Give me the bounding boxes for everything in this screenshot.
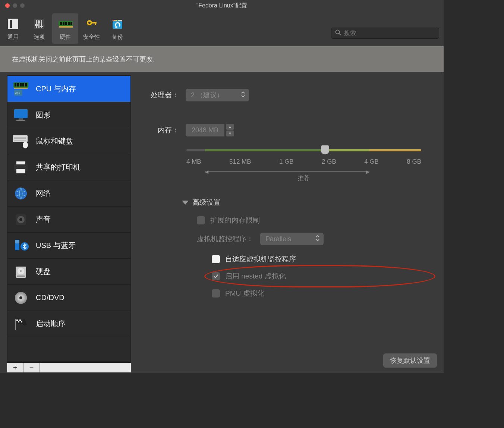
pmu-virt-label: PMU 虚拟化	[225, 289, 264, 298]
advanced-label: 高级设置	[192, 198, 221, 207]
titlebar: “Fedora Linux”配置	[0, 0, 444, 11]
sidebar-item-cd-dvd[interactable]: CD/DVD	[7, 285, 130, 311]
stepper-down-icon[interactable]: ▼	[226, 130, 234, 136]
sidebar-item-label: 共享的打印机	[36, 162, 81, 172]
slider-tick: 8 GB	[407, 158, 421, 166]
window-title: “Fedora Linux”配置	[0, 2, 444, 10]
toolbar-label: 硬件	[60, 34, 71, 41]
svg-rect-33	[25, 83, 27, 86]
svg-rect-28	[14, 88, 28, 89]
toolbar-options[interactable]: 选项	[26, 13, 52, 44]
toolbar-label: 安全性	[83, 34, 100, 41]
sidebar-item-graphics[interactable]: 图形	[7, 102, 130, 128]
sidebar-item-label: 图形	[36, 110, 51, 120]
advanced-disclosure[interactable]: 高级设置	[182, 198, 429, 207]
svg-rect-64	[21, 321, 22, 322]
sidebar-item-boot-order[interactable]: 启动顺序	[7, 311, 130, 337]
svg-rect-14	[68, 22, 70, 25]
toolbar-hardware[interactable]: 硬件	[52, 13, 78, 44]
remove-device-button[interactable]: −	[23, 363, 40, 372]
sidebar-item-label: USB 与蓝牙	[36, 240, 76, 251]
svg-rect-22	[115, 20, 116, 21]
svg-rect-1	[10, 20, 12, 28]
add-device-button[interactable]: +	[7, 363, 23, 372]
range-arrow-left-icon: ◀	[205, 169, 208, 174]
search-icon	[335, 29, 341, 37]
search-field[interactable]	[331, 28, 439, 39]
toolbar-security[interactable]: 安全性	[78, 13, 104, 44]
sidebar-item-sound[interactable]: 声音	[7, 207, 130, 233]
range-arrow-right-icon: ▶	[366, 169, 369, 174]
memory-slider[interactable]: 4 MB 512 MB 1 GB 2 GB 4 GB 8 GB ◀ ▶ 推荐	[186, 149, 429, 180]
svg-rect-4	[38, 20, 40, 28]
restore-defaults-button[interactable]: 恢复默认设置	[383, 353, 437, 368]
slider-tick-labels: 4 MB 512 MB 1 GB 2 GB 4 GB 8 GB	[186, 158, 421, 166]
svg-rect-51	[15, 240, 19, 243]
slider-tick: 2 GB	[322, 158, 336, 166]
pmu-virt-row[interactable]: PMU 虚拟化	[212, 285, 429, 302]
printer-icon	[12, 159, 30, 176]
svg-point-17	[88, 22, 91, 24]
switch-icon	[6, 16, 21, 31]
key-icon	[84, 16, 99, 31]
svg-rect-7	[38, 21, 40, 23]
svg-rect-21	[113, 20, 114, 21]
svg-rect-32	[22, 83, 24, 86]
svg-rect-57	[17, 276, 25, 277]
ram-icon	[58, 16, 73, 31]
slider-tick: 4 MB	[186, 158, 201, 166]
checkbox-unchecked-icon[interactable]	[212, 289, 220, 298]
slider-tick: 4 GB	[364, 158, 379, 166]
svg-rect-44	[16, 161, 25, 164]
svg-rect-37	[19, 118, 23, 120]
svg-point-47	[15, 188, 27, 199]
sidebar-item-network[interactable]: 网络	[7, 180, 130, 207]
stepper-up-icon[interactable]: ▲	[226, 124, 234, 130]
settings-pane: 处理器： 2 （建议） 内存： 2048 MB ▲ ▼	[131, 72, 444, 373]
adaptive-hv-label: 自适应虚拟机监控程序	[225, 254, 296, 264]
processor-value: 2 （建议）	[191, 91, 223, 100]
memory-stepper[interactable]: 2048 MB ▲ ▼	[186, 124, 234, 136]
sidebar-item-usb-bluetooth[interactable]: USB 与蓝牙	[7, 233, 130, 259]
checkbox-unchecked-icon[interactable]	[197, 216, 205, 224]
ext-mem-label: 扩展的内存限制	[210, 215, 260, 225]
sidebar-item-harddisk[interactable]: 硬盘	[7, 259, 130, 285]
speaker-icon	[12, 211, 30, 228]
recommended-caption: 推荐	[186, 174, 421, 182]
sidebar-item-label: 启动顺序	[36, 319, 66, 329]
slider-knob-icon[interactable]	[321, 145, 329, 154]
toolbar-backup[interactable]: 备份	[104, 13, 130, 44]
sidebar-item-label: 硬盘	[36, 267, 51, 277]
toolbar-general[interactable]: 通用	[0, 13, 26, 44]
adaptive-hypervisor-row[interactable]: 自适应虚拟机监控程序	[212, 251, 429, 268]
extended-memory-limit-row[interactable]: 扩展的内存限制	[197, 212, 429, 229]
svg-rect-52	[15, 243, 19, 250]
sidebar-item-mouse-keyboard[interactable]: 鼠标和键盘	[7, 128, 130, 154]
search-input[interactable]	[344, 30, 435, 37]
sidebar-item-shared-printers[interactable]: 共享的打印机	[7, 154, 130, 180]
restore-icon	[110, 16, 125, 31]
flag-icon	[12, 316, 30, 332]
sidebar-item-cpu-memory[interactable]: cpu CPU 与内存	[7, 76, 130, 102]
svg-rect-61	[16, 320, 18, 321]
checkbox-unchecked-icon[interactable]	[212, 255, 220, 263]
monitor-icon	[12, 107, 30, 123]
slider-track[interactable]	[186, 149, 421, 151]
svg-rect-38	[16, 120, 25, 121]
info-banner: 在虚拟机关闭之前此页面上的某些设置不可更改。	[0, 46, 444, 72]
svg-rect-63	[18, 321, 19, 322]
svg-rect-29	[15, 83, 16, 86]
sidebar-item-label: 网络	[36, 188, 51, 198]
processor-select[interactable]: 2 （建议）	[186, 89, 249, 101]
hypervisor-select[interactable]: Parallels	[260, 233, 324, 245]
svg-rect-12	[63, 22, 64, 25]
svg-point-56	[20, 270, 22, 272]
sliders-icon	[32, 16, 47, 31]
processor-label: 处理器：	[145, 90, 186, 100]
toolbar-label: 通用	[7, 34, 19, 41]
hdd-icon	[12, 264, 30, 280]
nested-virt-row[interactable]: 启用 nested 虚拟化	[212, 268, 429, 285]
svg-rect-36	[14, 109, 28, 118]
checkbox-checked-icon[interactable]	[212, 272, 220, 280]
memory-row: 内存： 2048 MB ▲ ▼	[145, 121, 429, 139]
